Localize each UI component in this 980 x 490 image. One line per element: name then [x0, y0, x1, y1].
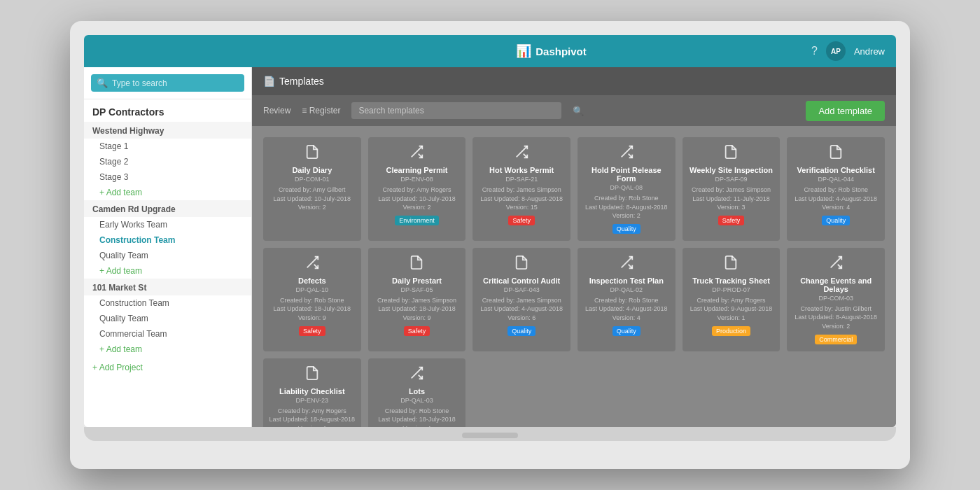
- template-name: Verification Checklist: [797, 166, 875, 174]
- sidebar-team-stage3[interactable]: Stage 3: [84, 169, 251, 185]
- template-type-icon: [723, 255, 738, 274]
- template-card[interactable]: Change Events and Delays DP-COM-03 Creat…: [787, 248, 885, 351]
- template-type-icon: [828, 255, 844, 274]
- sidebar-team-construction-market[interactable]: Construction Team: [84, 295, 251, 311]
- sidebar-team-quality-camden[interactable]: Quality Team: [84, 248, 251, 263]
- sidebar-team-construction[interactable]: Construction Team: [84, 232, 251, 248]
- template-type-icon: [304, 144, 320, 163]
- template-name: Liability Checklist: [279, 387, 345, 396]
- search-input-wrap[interactable]: 🔍: [91, 74, 244, 92]
- toolbar-tab-register[interactable]: ≡ Register: [302, 103, 340, 118]
- template-meta: Created by: Amy Rogers Last Updated: 18-…: [269, 407, 356, 427]
- help-icon[interactable]: ?: [811, 45, 818, 57]
- template-code: DP-COM-03: [818, 295, 853, 302]
- sidebar-add-project[interactable]: + Add Project: [84, 357, 251, 378]
- template-type-icon: [619, 255, 634, 274]
- template-code: DP-ENV-08: [400, 176, 433, 183]
- template-code: DP-PROD-07: [712, 286, 750, 293]
- template-meta: Created by: Rob Stone Last Updated: 4-Au…: [792, 186, 879, 212]
- sidebar: 🔍 DP Contractors Westend Highway Stage 1…: [84, 67, 252, 427]
- sidebar-team-early-works[interactable]: Early Works Team: [84, 217, 251, 232]
- template-tag: Production: [712, 326, 750, 336]
- sub-header-title: Templates: [279, 76, 324, 87]
- template-name: Daily Diary: [292, 166, 332, 174]
- template-card[interactable]: Clearning Permit DP-ENV-08 Created by: A…: [368, 137, 466, 241]
- toolbar-tab-review[interactable]: Review: [263, 103, 290, 118]
- template-type-icon: [409, 255, 424, 274]
- template-name: Lots: [409, 387, 425, 396]
- template-meta: Created by: James Simpson Last Updated: …: [688, 186, 775, 212]
- chart-icon: 📊: [516, 43, 531, 59]
- template-meta: Created by: Rob Stone Last Updated: 18-J…: [374, 407, 461, 427]
- template-type-icon: [723, 144, 738, 163]
- template-type-icon: [828, 144, 844, 163]
- template-card[interactable]: Lots DP-QAL-03 Created by: Rob Stone Las…: [368, 358, 466, 427]
- template-card[interactable]: Inspection Test Plan DP-QAL-02 Created b…: [578, 248, 676, 351]
- template-tag: Safety: [508, 216, 535, 225]
- template-meta: Created by: Amy Rogers Last Updated: 10-…: [374, 186, 461, 212]
- template-code: DP-QAL-08: [610, 184, 643, 191]
- template-code: DP-QAL-03: [400, 397, 433, 404]
- template-card[interactable]: Daily Prestart DP-SAF-05 Created by: Jam…: [368, 248, 466, 351]
- sidebar-team-quality-market[interactable]: Quality Team: [84, 311, 251, 326]
- template-name: Inspection Test Plan: [589, 276, 664, 285]
- template-type-icon: [409, 144, 424, 163]
- template-card[interactable]: Critical Control Audit DP-SAF-043 Create…: [472, 248, 570, 351]
- template-name: Daily Prestart: [392, 276, 442, 285]
- template-card[interactable]: Hold Point Release Form DP-QAL-08 Create…: [578, 137, 676, 241]
- template-type-icon: [304, 255, 320, 274]
- add-template-button[interactable]: Add template: [806, 101, 885, 121]
- main-container: 🔍 DP Contractors Westend Highway Stage 1…: [84, 67, 896, 427]
- sidebar-team-commercial[interactable]: Commercial Team: [84, 326, 251, 342]
- template-code: DP-QAL-02: [610, 286, 643, 293]
- template-card[interactable]: Liability Checklist DP-ENV-23 Created by…: [263, 358, 361, 427]
- template-card[interactable]: Verification Checklist DP-QAL-044 Create…: [787, 137, 885, 241]
- template-meta: Created by: Rob Stone Last Updated: 8-Au…: [583, 194, 670, 220]
- template-name: Critical Control Audit: [483, 276, 560, 285]
- sidebar-add-team-market[interactable]: + Add team: [84, 342, 251, 357]
- template-code: DP-ENV-23: [296, 397, 329, 404]
- template-code: DP-QAL-044: [818, 176, 854, 183]
- template-card[interactable]: Truck Tracking Sheet DP-PROD-07 Created …: [682, 248, 780, 351]
- search-icon: 🔍: [97, 78, 108, 88]
- app-logo: Dashpivot: [536, 46, 587, 57]
- template-meta: Created by: James Simpson Last Updated: …: [374, 296, 461, 323]
- sidebar-add-team-westend[interactable]: + Add team: [84, 185, 251, 200]
- sub-header: 📄 Templates: [252, 67, 896, 95]
- template-card[interactable]: Hot Works Permit DP-SAF-21 Created by: J…: [472, 137, 570, 241]
- search-bar: 🔍: [84, 67, 251, 99]
- topbar: 📊 Dashpivot ? AP Andrew: [84, 35, 896, 67]
- template-card[interactable]: Daily Diary DP-COM-01 Created by: Amy Gi…: [263, 137, 361, 241]
- template-name: Clearning Permit: [386, 166, 447, 174]
- template-name: Defects: [298, 276, 326, 285]
- template-type-icon: [409, 365, 424, 384]
- sidebar-team-stage2[interactable]: Stage 2: [84, 154, 251, 169]
- search-templates-input[interactable]: [351, 102, 561, 119]
- template-tag: Quality: [822, 216, 850, 225]
- user-name: Andrew: [854, 46, 885, 57]
- sidebar-team-stage1[interactable]: Stage 1: [84, 139, 251, 154]
- template-name: Weekly Site Inspection: [690, 166, 773, 174]
- template-meta: Created by: Justin Gilbert Last Updated:…: [792, 304, 879, 331]
- search-input[interactable]: [112, 78, 239, 88]
- template-card[interactable]: Weekly Site Inspection DP-SAF-09 Created…: [682, 137, 780, 241]
- template-tag: Quality: [507, 326, 536, 336]
- template-card[interactable]: Defects DP-QAL-10 Created by: Rob Stone …: [263, 248, 361, 351]
- template-tag: Safety: [299, 326, 326, 336]
- template-tag: Quality: [612, 326, 640, 336]
- content-area: 📄 Templates Review ≡ Register 🔍 Add temp…: [252, 67, 896, 427]
- template-type-icon: [514, 144, 529, 163]
- template-type-icon: [619, 144, 634, 163]
- template-name: Hold Point Release Form: [583, 166, 670, 183]
- avatar[interactable]: AP: [826, 41, 846, 61]
- template-meta: Created by: James Simpson Last Updated: …: [478, 186, 565, 212]
- sidebar-project-camden: Camden Rd Upgrade: [84, 200, 251, 217]
- sidebar-add-team-camden[interactable]: + Add team: [84, 263, 251, 279]
- template-meta: Created by: James Simpson Last Updated: …: [478, 296, 565, 323]
- template-name: Hot Works Permit: [489, 166, 554, 174]
- templates-grid: Daily Diary DP-COM-01 Created by: Amy Gi…: [252, 126, 896, 427]
- search-templates-icon: 🔍: [573, 106, 584, 116]
- template-code: DP-COM-01: [295, 176, 330, 183]
- template-tag: Safety: [404, 326, 430, 336]
- template-tag: Quality: [612, 224, 640, 234]
